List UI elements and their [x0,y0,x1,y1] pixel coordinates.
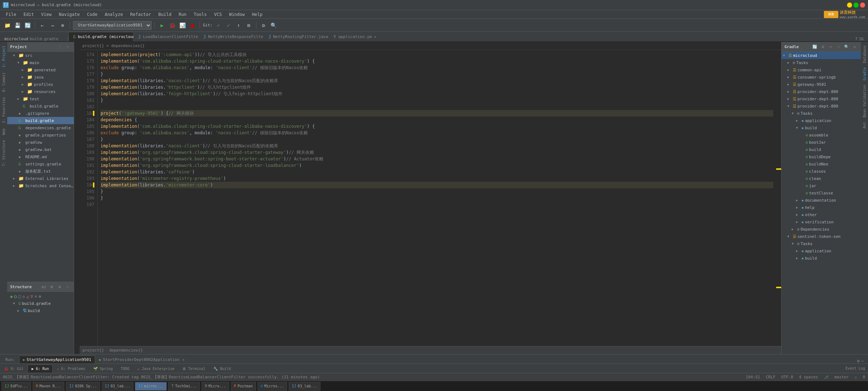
gradle-tasks-under[interactable]: ▼ ⊞ Tasks [782,110,861,117]
menu-window[interactable]: Window [226,11,247,18]
gradle-common-api[interactable]: ▶ ☰ common-api [782,66,861,73]
tab-build-gradle[interactable]: G build.gradle (microcloud) ✕ [68,32,133,41]
taskbar-03lab[interactable]: IJ 03_lab... [102,382,133,391]
menu-view[interactable]: View [38,11,55,18]
tree-java[interactable]: ▶📁 java [7,73,74,81]
gradle-other[interactable]: ▶ ▪ other [782,211,861,218]
structure-close[interactable]: − [64,283,71,290]
gradle-clean[interactable]: ▶ ⚙ clean [782,175,861,182]
gradle-close[interactable]: ✕ [851,43,858,50]
tree-service-config[interactable]: ▶▪ 服务配置.txt [7,168,74,175]
tree-gradle-properties[interactable]: ▶▪ gradle.properties [7,131,74,139]
gradle-build-group[interactable]: ▼ ▪ build [782,124,861,131]
tab-nettywrite[interactable]: J NettyWriteResponseFilter.java ✕ [199,32,264,41]
menu-file[interactable]: File [3,11,19,18]
tree-readme[interactable]: ▶▪ README.md [7,153,74,160]
tab-close-application[interactable]: ✕ [374,35,376,39]
gradle-sentinel[interactable]: ▼ ☰ sentinel-token-sen [782,233,861,240]
gradle-tasks-root[interactable]: ▶ ⊞ Tasks [782,59,861,66]
tree-dependencies-gradle[interactable]: ▶G dependencies.gradle [7,124,74,131]
gradle-buildneed[interactable]: ▶ ⚙ buildNee [782,160,861,168]
run-config-dropdown[interactable]: StartGatewayApplication9501 [73,21,152,30]
menu-edit[interactable]: Edit [21,11,37,18]
git-branch[interactable]: master [834,375,849,379]
back-button[interactable]: ← [38,21,47,30]
tool-tab-git[interactable]: 🐞 9: Git [0,365,27,373]
menu-run[interactable]: Run [176,11,190,18]
gradle-provider1[interactable]: ▶ ☰ provider-dept-800 [782,88,861,95]
tool-tab-build[interactable]: 🔧 Build [209,365,235,373]
forward-button[interactable]: → [48,21,57,30]
search-everywhere[interactable]: 🔍 [269,21,278,30]
structure-settings[interactable]: ⚙ [56,283,63,290]
menu-tools[interactable]: Tools [191,11,210,18]
settings-button[interactable]: ⚙ [259,21,268,30]
tree-build-gradle[interactable]: ▶G build.gradle [7,117,74,124]
debug-button[interactable]: 🐞 [168,21,176,30]
tree-settings-gradle[interactable]: ▶G settings.gradle [7,160,74,168]
tool-tab-spring[interactable]: 🌱 Spring [89,365,117,373]
menu-build[interactable]: Build [156,11,174,18]
gradle-search[interactable]: 🔍 [843,43,850,50]
tree-main[interactable]: ▼📁 main [7,59,74,66]
btab-run-label[interactable]: Run: [1,356,19,363]
gradle-collapse[interactable]: − [835,43,842,50]
tree-src[interactable]: ▼📁 src [7,52,74,59]
gradle-documentation[interactable]: ▶ ▪ documentation [782,197,861,204]
sync-button[interactable]: 🔄 [23,21,32,30]
gradle-gateway[interactable]: ▶ ☰ gateway-9501 [782,81,861,88]
gradle-dependencies[interactable]: ▶ ⊞ Dependencies [782,226,861,233]
gradle-sentinel-build[interactable]: ▶ ▪ build [782,255,861,262]
event-log[interactable]: Event Log [846,366,868,370]
taskbar-postman[interactable]: P Postman [231,382,256,391]
taskbar-micro[interactable]: M Micro... [201,382,229,391]
encoding[interactable]: UTF-8 [781,375,793,379]
tool-tab-run[interactable]: ▶ 6: Run [27,365,53,373]
menu-vcs[interactable]: VCS [211,11,225,18]
project-icon-1[interactable]: ⋮ [56,43,63,50]
gradle-sentinel-app[interactable]: ▶ ▪ application [782,247,861,255]
nav-commit[interactable]: 0: Commit [1,70,7,94]
nav-web[interactable]: Web [1,126,7,137]
settings-icon[interactable]: ⚙ [857,358,860,363]
navigate-button[interactable]: ⊕ [58,21,67,30]
tree-profiles[interactable]: ▶📁 profiles [7,81,74,88]
gradle-builddep[interactable]: ▶ ⚙ buildDepe [782,153,861,160]
tool-tab-problems[interactable]: ⚠ 6: Problems [53,365,89,373]
nav-ant[interactable]: Ant [862,120,867,131]
tree-scratches[interactable]: ▶📁 Scratches and Consoles [7,182,74,189]
tree-gitignore[interactable]: ▶▪ .gitignore [7,110,74,117]
indent[interactable]: 4 spaces [799,375,818,379]
taskbar-microc[interactable]: IJ microc... [135,382,167,391]
maximize-button[interactable] [854,3,859,8]
taskbar-techsmi[interactable]: T TechSmi... [168,382,200,391]
nav-favorites[interactable]: 2: Favorites [1,95,7,125]
gradle-settings[interactable]: ⚙ [820,43,826,50]
tab-loadbalancer[interactable]: J LoadBalancerClientFilter.java ✕ [133,32,199,41]
tool-tab-java-enterprise[interactable]: ☕ Java Enterprise [133,365,178,373]
nav-project[interactable]: 1: Project [1,43,7,70]
gradle-microcloud[interactable]: ▼ ☰ microcloud [782,52,861,59]
gradle-build-task[interactable]: ▶ ⚙ build [782,146,861,153]
gradle-assemble[interactable]: ▶ ⚙ assemble [782,131,861,139]
gradle-consumer[interactable]: ▶ ☰ consumer-springb [782,73,861,81]
line-col[interactable]: 194:51 [746,375,760,379]
sort-alpha[interactable]: az [41,283,47,290]
tool-tab-terminal[interactable]: 🖥 Terminal [178,365,209,373]
taskbar-maven[interactable]: M Maven R... [33,382,64,391]
git-fetch[interactable]: ⊞ [244,21,253,30]
gradle-help[interactable]: ▶ ▪ help [782,204,861,211]
save-button[interactable]: 💾 [13,21,22,30]
taskbar-03lab2[interactable]: IJ 03_lab... [289,382,320,391]
btab-gateway[interactable]: ▶ StartGatewayApplication9501 [19,356,95,363]
tree-generated[interactable]: ▶📁 generated [7,66,74,73]
stop-button[interactable]: ■ [188,21,197,30]
gradle-expand[interactable]: + [827,43,834,50]
git-check[interactable]: ✓ [214,21,223,30]
nav-bean-validation[interactable]: Bean Validation [862,83,867,119]
open-button[interactable]: 📁 [3,21,12,30]
tree-resources[interactable]: ▶📁 resources [7,88,74,95]
nav-structure[interactable]: 7: Structure [1,138,7,168]
tree-test[interactable]: ▶📁 test [7,95,74,102]
git-commit[interactable]: ✓ [224,21,233,30]
